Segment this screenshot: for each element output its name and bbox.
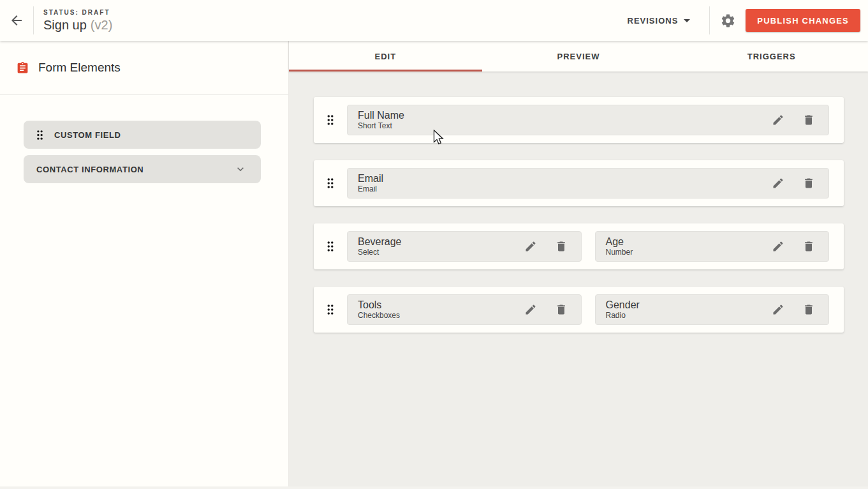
drag-indicator-icon [323,176,337,190]
edit-field-button[interactable] [767,297,789,322]
field-type: Checkboxes [358,311,400,320]
field-title: Age [606,236,633,248]
drag-indicator-icon [323,303,337,317]
publish-changes-button[interactable]: PUBLISH CHANGES [746,9,860,32]
pencil-icon [772,303,784,316]
pencil-icon [772,114,784,126]
drag-indicator-icon [323,239,337,253]
back-button[interactable] [0,0,33,41]
field-title: Gender [606,299,640,311]
tab-preview[interactable]: PREVIEW [482,41,675,71]
field-panel-beverage[interactable]: Beverage Select [347,231,582,262]
arrow-left-icon [9,13,24,28]
row-drag-handle[interactable] [314,239,347,253]
row-drag-handle[interactable] [314,303,347,317]
chevron-down-icon [234,163,247,176]
trash-icon [802,240,815,253]
sidebar: Form Elements CUSTOM FIELD CONTACT INFOR… [0,41,289,486]
app-header: STATUS: DRAFT Sign up(v2) REVISIONS PUBL… [0,0,868,41]
trash-icon [802,114,815,126]
horizontal-scrollbar-track[interactable] [0,486,868,489]
gear-icon [720,13,736,29]
delete-field-button[interactable] [798,170,820,196]
main-area: EDIT PREVIEW TRIGGERS Full Name Short Te… [289,41,868,486]
form-name: Sign up [43,18,87,32]
sidebar-item-contact-information[interactable]: CONTACT INFORMATION [24,155,261,183]
row-drag-handle[interactable] [314,176,347,190]
header-divider [33,6,34,34]
edit-field-button[interactable] [767,107,789,133]
field-title: Full Name [358,109,404,121]
revisions-dropdown[interactable]: REVISIONS [628,10,691,32]
delete-field-button[interactable] [550,297,572,322]
tab-edit[interactable]: EDIT [289,41,482,71]
sidebar-item-custom-field[interactable]: CUSTOM FIELD [24,121,261,149]
pencil-icon [772,177,784,190]
trash-icon [555,303,568,316]
sidebar-items: CUSTOM FIELD CONTACT INFORMATION [0,95,288,190]
field-row-email: Email Email [314,160,844,206]
field-title: Email [358,172,383,184]
trash-icon [802,303,815,316]
field-panel-gender[interactable]: Gender Radio [595,294,830,325]
edit-field-button[interactable] [520,297,541,322]
edit-field-button[interactable] [767,234,789,259]
field-type: Short Text [358,121,404,131]
sidebar-header: Form Elements [0,41,288,95]
clipboard-icon [16,61,29,75]
form-canvas: Full Name Short Text [289,71,868,486]
field-panel-email[interactable]: Email Email [347,168,829,199]
field-panel-tools[interactable]: Tools Checkboxes [347,294,582,325]
drag-indicator-icon [323,113,337,127]
field-row-full-name: Full Name Short Text [314,97,844,143]
sidebar-item-label: CONTACT INFORMATION [36,165,143,174]
row-drag-handle[interactable] [314,113,347,127]
edit-field-button[interactable] [520,234,541,259]
revisions-label: REVISIONS [628,16,679,26]
drag-indicator-icon [33,128,47,142]
form-version: (v2) [91,18,112,32]
delete-field-button[interactable] [798,297,820,322]
field-type: Radio [606,311,640,320]
field-title: Beverage [358,236,402,248]
sidebar-item-label: CUSTOM FIELD [54,130,121,140]
pencil-icon [524,303,537,316]
trash-icon [555,240,568,253]
edit-field-button[interactable] [767,170,789,196]
page-title: Sign up(v2) [43,18,112,33]
tab-bar: EDIT PREVIEW TRIGGERS [289,41,868,71]
field-type: Number [606,248,633,257]
field-type: Select [358,248,402,257]
settings-button[interactable] [710,0,746,41]
sidebar-title: Form Elements [38,61,121,75]
pencil-icon [772,240,784,253]
field-panel-full-name[interactable]: Full Name Short Text [347,105,829,135]
trash-icon [802,177,815,190]
field-row-beverage-age: Beverage Select Age Number [314,223,844,269]
caret-down-icon [684,19,690,22]
field-row-tools-gender: Tools Checkboxes Gender Radio [314,287,844,333]
delete-field-button[interactable] [550,234,572,259]
delete-field-button[interactable] [798,234,820,259]
field-type: Email [358,184,383,194]
tab-triggers[interactable]: TRIGGERS [675,41,868,71]
form-title-block: STATUS: DRAFT Sign up(v2) [43,9,112,33]
status-badge: STATUS: DRAFT [43,9,112,16]
field-panel-age[interactable]: Age Number [595,231,830,262]
delete-field-button[interactable] [798,107,820,133]
field-title: Tools [358,299,400,311]
pencil-icon [524,240,537,253]
